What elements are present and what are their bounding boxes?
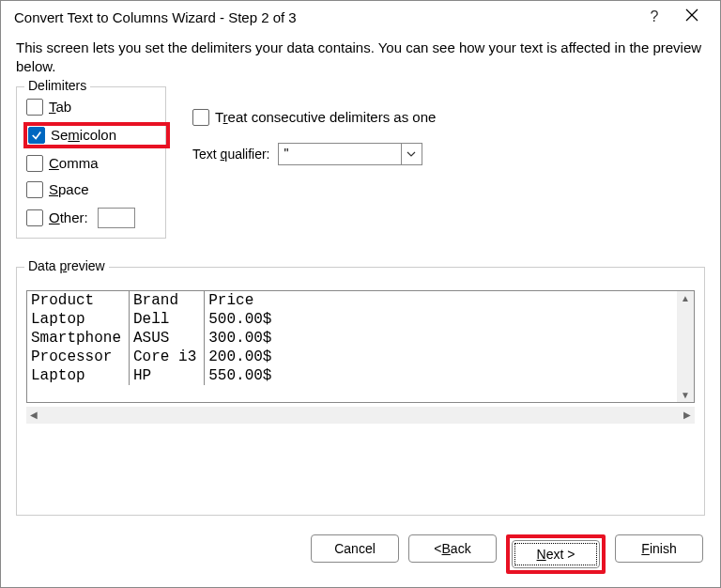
table-cell: Laptop bbox=[27, 310, 130, 329]
close-button[interactable] bbox=[673, 8, 711, 25]
space-checkbox[interactable] bbox=[26, 181, 43, 198]
table-cell: HP bbox=[130, 366, 205, 385]
qualifier-value: " bbox=[279, 144, 401, 164]
scroll-down-icon: ▼ bbox=[681, 390, 690, 400]
preview-box: Product Brand PriceLaptop Dell 500.00$Sm… bbox=[26, 290, 695, 403]
treat-consecutive-checkbox[interactable] bbox=[192, 109, 209, 126]
chevron-down-icon bbox=[407, 151, 416, 157]
next-button[interactable]: Next > bbox=[512, 540, 600, 568]
table-row: Laptop Dell 500.00$ bbox=[27, 310, 677, 329]
table-cell: Price bbox=[205, 291, 677, 310]
delimiters-legend: Delimiters bbox=[24, 78, 90, 93]
semicolon-checkbox[interactable] bbox=[28, 127, 45, 144]
text-qualifier-row: Text qualifier: " bbox=[192, 143, 705, 165]
scroll-right-icon: ▶ bbox=[683, 410, 691, 420]
dialog-footer: Cancel < Back Next > Finish bbox=[1, 523, 720, 587]
dialog-title: Convert Text to Columns Wizard - Step 2 … bbox=[14, 9, 636, 25]
close-icon bbox=[685, 8, 698, 22]
table-row: Product Brand Price bbox=[27, 291, 677, 310]
comma-checkbox-row[interactable]: Comma bbox=[26, 155, 167, 172]
preview-table: Product Brand PriceLaptop Dell 500.00$Sm… bbox=[27, 291, 677, 385]
preview-fieldset: Data preview Product Brand PriceLaptop D… bbox=[16, 267, 705, 517]
other-label: Other: bbox=[49, 209, 88, 225]
horizontal-scrollbar[interactable]: ◀ ▶ bbox=[26, 407, 695, 424]
table-row: Processor Core i3200.00$ bbox=[27, 348, 677, 366]
table-cell: 500.00$ bbox=[205, 310, 677, 329]
table-cell: Processor bbox=[27, 348, 130, 366]
tab-checkbox-row[interactable]: Tab bbox=[26, 99, 167, 116]
table-cell: 300.00$ bbox=[205, 329, 677, 348]
space-checkbox-row[interactable]: Space bbox=[26, 181, 167, 198]
semicolon-checkbox-row[interactable]: Semicolon bbox=[26, 125, 167, 146]
table-cell: ASUS bbox=[130, 329, 205, 348]
semicolon-label: Semicolon bbox=[51, 127, 116, 143]
table-cell: Dell bbox=[130, 310, 205, 329]
table-cell: Laptop bbox=[27, 366, 130, 385]
comma-label: Comma bbox=[49, 155, 99, 171]
table-cell: Brand bbox=[130, 291, 205, 310]
scroll-left-icon: ◀ bbox=[30, 410, 38, 420]
other-checkbox-row[interactable]: Other: bbox=[26, 208, 167, 228]
tab-checkbox[interactable] bbox=[26, 99, 43, 116]
delimiters-fieldset: Delimiters Tab Semicolon Comma bbox=[16, 86, 166, 239]
qualifier-dropdown-button[interactable] bbox=[401, 144, 422, 164]
wizard-dialog: Convert Text to Columns Wizard - Step 2 … bbox=[0, 0, 721, 588]
intro-text: This screen lets you set the delimiters … bbox=[16, 39, 705, 77]
table-cell: Smartphone bbox=[27, 329, 130, 348]
table-cell: Product bbox=[27, 291, 130, 310]
other-input[interactable] bbox=[98, 208, 135, 228]
treat-consecutive-label: Treat consecutive delimiters as one bbox=[215, 109, 436, 125]
vertical-scrollbar[interactable]: ▲ ▼ bbox=[677, 291, 694, 402]
qualifier-label: Text qualifier: bbox=[192, 147, 270, 162]
tab-label: Tab bbox=[49, 99, 71, 115]
treat-consecutive-row[interactable]: Treat consecutive delimiters as one bbox=[192, 109, 705, 126]
other-checkbox[interactable] bbox=[26, 209, 43, 226]
titlebar: Convert Text to Columns Wizard - Step 2 … bbox=[1, 1, 720, 31]
table-cell: Core i3 bbox=[130, 348, 205, 366]
preview-legend: Data preview bbox=[24, 258, 109, 273]
qualifier-combo[interactable]: " bbox=[278, 143, 422, 165]
help-button[interactable]: ? bbox=[636, 8, 673, 25]
finish-button[interactable]: Finish bbox=[615, 534, 703, 563]
cancel-button[interactable]: Cancel bbox=[311, 534, 399, 563]
next-button-highlight: Next > bbox=[506, 534, 606, 574]
table-cell: 550.00$ bbox=[205, 366, 677, 385]
table-cell: 200.00$ bbox=[205, 348, 677, 366]
scroll-up-icon: ▲ bbox=[681, 293, 690, 303]
space-label: Space bbox=[49, 181, 89, 197]
table-row: Laptop HP 550.00$ bbox=[27, 366, 677, 385]
back-button[interactable]: < Back bbox=[408, 534, 497, 563]
comma-checkbox[interactable] bbox=[26, 155, 43, 172]
table-row: SmartphoneASUS 300.00$ bbox=[27, 329, 677, 348]
